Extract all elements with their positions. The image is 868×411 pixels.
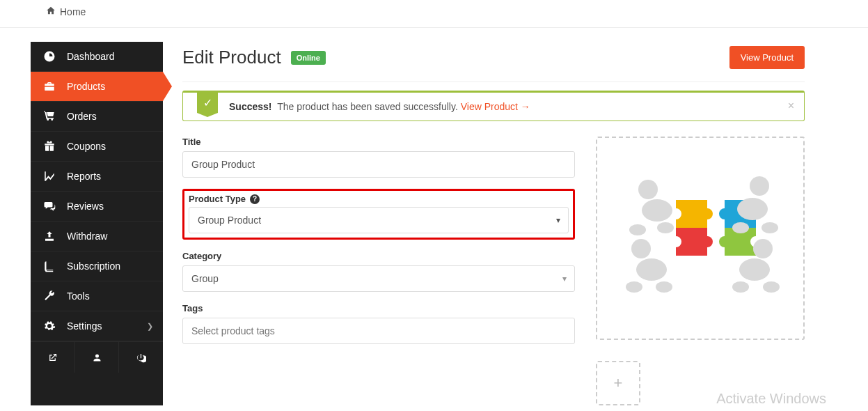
svg-point-5 <box>737 198 768 220</box>
sidebar-item-label: Dashboard <box>67 51 115 62</box>
book-icon <box>43 260 56 272</box>
plus-icon: + <box>614 374 623 392</box>
briefcase-icon <box>43 80 56 93</box>
sidebar-item-label: Tools <box>67 290 90 302</box>
chevron-right-icon: ❯ <box>147 322 153 331</box>
gift-icon <box>43 140 56 153</box>
breadcrumb-home-label: Home <box>60 6 86 17</box>
sidebar-item-tools[interactable]: Tools <box>31 281 163 311</box>
form-main: Title Product Type ? Group Product <box>182 137 575 405</box>
svg-point-4 <box>750 176 769 196</box>
sidebar-item-label: Withdraw <box>67 231 107 242</box>
windows-watermark: Activate Windows <box>716 391 826 405</box>
check-icon: ✓ <box>197 92 218 113</box>
sidebar-item-reports[interactable]: Reports <box>31 162 163 192</box>
tags-group: Tags <box>182 303 575 344</box>
sidebar-item-label: Reports <box>67 171 101 182</box>
svg-point-1 <box>642 199 672 222</box>
view-product-button[interactable]: View Product <box>729 46 805 69</box>
sidebar-item-label: Subscription <box>67 261 120 272</box>
external-link-button[interactable] <box>31 342 75 373</box>
close-icon[interactable]: × <box>788 100 794 112</box>
tags-label: Tags <box>182 303 575 313</box>
sidebar-item-withdraw[interactable]: Withdraw <box>31 222 163 251</box>
sidebar-bottom-actions <box>31 341 163 373</box>
comments-icon <box>43 200 56 212</box>
image-panel: + <box>596 137 805 405</box>
sidebar-item-dashboard[interactable]: Dashboard <box>31 42 163 72</box>
alert-text: The product has been saved successfully. <box>277 101 461 112</box>
cart-icon <box>43 110 56 123</box>
power-button[interactable] <box>119 342 163 373</box>
sidebar-item-orders[interactable]: Orders <box>31 102 163 132</box>
wrench-icon <box>43 290 56 302</box>
page-title: Edit Product <box>182 47 281 68</box>
svg-point-11 <box>656 281 672 293</box>
page-header: Edit Product Online View Product <box>182 42 805 82</box>
svg-point-12 <box>753 239 773 258</box>
status-badge: Online <box>291 51 326 65</box>
product-type-select[interactable]: Group Product <box>189 207 569 233</box>
svg-point-6 <box>732 222 749 233</box>
profile-button[interactable] <box>75 342 120 373</box>
upload-icon <box>43 230 56 242</box>
category-select[interactable]: Group <box>182 265 575 292</box>
alert-strong: Success! <box>229 101 271 112</box>
product-type-label: Product Type ? <box>189 194 569 204</box>
sidebar-item-label: Coupons <box>67 141 106 152</box>
featured-image-box[interactable] <box>596 137 805 340</box>
sidebar-item-label: Orders <box>67 111 97 122</box>
svg-point-7 <box>762 222 778 233</box>
sidebar-item-coupons[interactable]: Coupons <box>31 132 163 162</box>
content: Edit Product Online View Product ✓ Succe… <box>163 42 824 405</box>
category-label: Category <box>182 251 575 261</box>
sidebar-item-products[interactable]: Products <box>31 72 163 102</box>
svg-point-3 <box>657 222 674 233</box>
sidebar-item-label: Reviews <box>67 201 104 212</box>
add-image-button[interactable]: + <box>596 361 640 405</box>
svg-point-13 <box>739 258 770 281</box>
home-icon <box>46 6 56 17</box>
sidebar: Dashboard Products Orders Coupons Report… <box>31 42 163 405</box>
svg-point-9 <box>636 258 667 281</box>
svg-point-10 <box>626 281 642 293</box>
svg-point-8 <box>631 239 651 258</box>
tags-input[interactable] <box>182 318 575 344</box>
breadcrumb: Home <box>0 0 868 28</box>
title-group: Title <box>182 137 575 178</box>
title-label: Title <box>182 137 575 147</box>
sidebar-item-settings[interactable]: Settings ❯ <box>31 311 163 341</box>
sidebar-item-reviews[interactable]: Reviews <box>31 192 163 222</box>
svg-point-15 <box>763 281 780 293</box>
svg-point-2 <box>629 224 646 235</box>
sidebar-item-label: Products <box>67 81 105 92</box>
alert-message: Success! The product has been saved succ… <box>218 93 542 121</box>
title-input[interactable] <box>182 151 575 178</box>
category-group: Category Group <box>182 251 575 292</box>
product-image <box>603 162 798 315</box>
help-icon[interactable]: ? <box>250 194 260 204</box>
svg-point-14 <box>732 281 749 293</box>
chart-icon <box>43 170 56 183</box>
breadcrumb-home-link[interactable]: Home <box>46 6 86 17</box>
svg-point-0 <box>638 180 658 199</box>
dashboard-icon <box>43 50 56 63</box>
success-alert: ✓ Success! The product has been saved su… <box>182 91 805 121</box>
gear-icon <box>43 320 56 332</box>
alert-view-link[interactable]: View Product → <box>461 101 530 112</box>
sidebar-item-label: Settings <box>67 320 102 332</box>
product-type-label-text: Product Type <box>189 194 246 204</box>
sidebar-item-subscription[interactable]: Subscription <box>31 251 163 281</box>
product-type-highlight: Product Type ? Group Product <box>182 189 575 240</box>
